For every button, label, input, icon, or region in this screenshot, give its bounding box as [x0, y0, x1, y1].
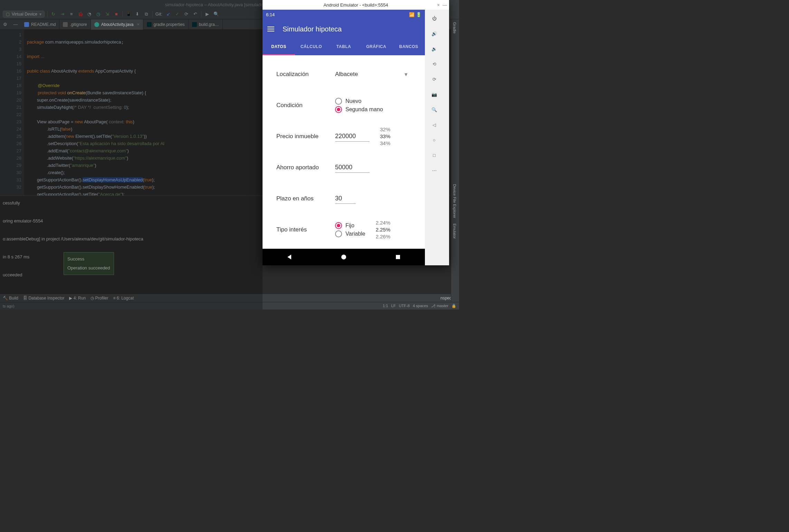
- tab-tabla[interactable]: TABLA: [327, 39, 360, 55]
- tab-datos[interactable]: DATOS: [263, 39, 295, 55]
- percent-picker-precio[interactable]: 32% 33% 34%: [380, 126, 390, 147]
- tool-db-inspector[interactable]: 🗄 Database Inspector: [23, 296, 64, 301]
- tool-profiler[interactable]: ◷ Profiler: [91, 296, 108, 301]
- run-last-icon[interactable]: ▶: [204, 11, 210, 17]
- back-button-icon[interactable]: ◁: [430, 121, 438, 129]
- svg-marker-0: [287, 255, 291, 259]
- sync-icon[interactable]: ↻: [50, 11, 57, 17]
- input-plazo[interactable]: [335, 193, 356, 204]
- status-branch[interactable]: master: [437, 304, 448, 308]
- label-condicion: Condición: [276, 102, 335, 109]
- layout-inspector-icon[interactable]: ⧉: [143, 11, 150, 17]
- app-tabs: DATOS CÁLCULO TABLA GRÁFICA BANCOS: [263, 39, 425, 55]
- dropdown-localizacion[interactable]: Albacete▾: [335, 71, 418, 78]
- volume-down-icon[interactable]: 🔉: [430, 45, 438, 53]
- svg-point-1: [341, 255, 346, 259]
- tool-run[interactable]: ▶ 4: Run: [69, 296, 86, 301]
- git-label: Git:: [155, 11, 162, 17]
- radio-fijo[interactable]: Fijo: [335, 222, 365, 229]
- form-body: Localización Albacete▾ Condición Nuevo S…: [263, 55, 425, 249]
- emulator-screen[interactable]: 6:14 📶 🔋 Simulador hipoteca DATOS CÁLCUL…: [263, 10, 425, 265]
- status-position[interactable]: 1:1: [383, 304, 388, 308]
- tool-emulator[interactable]: Emulator: [451, 221, 458, 241]
- tab-collapse-icon[interactable]: —: [10, 22, 21, 27]
- emulator-window: Android Emulator - <build>:5554 × — 6:14…: [263, 0, 449, 265]
- device-selector[interactable]: ▢ Virtual Device ▾: [3, 11, 45, 18]
- volume-up-icon[interactable]: 🔊: [430, 30, 438, 37]
- emulator-title-bar[interactable]: Android Emulator - <build>:5554 × —: [263, 0, 449, 10]
- tab-gitignore[interactable]: .gitignore: [59, 19, 91, 30]
- svg-rect-2: [396, 255, 400, 259]
- tool-gradle[interactable]: Gradle: [451, 19, 458, 36]
- status-bar: ts ago) 1:1 LF UTF-8 4 spaces ⎇ master 🔒: [0, 302, 459, 310]
- recents-icon[interactable]: [395, 254, 401, 260]
- camera-icon[interactable]: 📷: [430, 91, 438, 98]
- close-icon[interactable]: ×: [137, 22, 140, 27]
- branch-icon[interactable]: ⎇: [431, 304, 436, 308]
- debug-icon[interactable]: 🐞: [77, 11, 84, 17]
- emulator-side-controls: ⏻ 🔊 🔉 ⟲ ⟳ 📷 🔍 ◁ ○ □ ⋯: [425, 10, 444, 265]
- radio-nuevo[interactable]: Nuevo: [335, 98, 418, 105]
- git-rollback-icon[interactable]: ↶: [192, 11, 198, 17]
- overview-button-icon[interactable]: □: [430, 151, 438, 159]
- home-button-icon[interactable]: ○: [430, 136, 438, 144]
- git-update-icon[interactable]: ↙: [165, 11, 171, 17]
- tab-aboutactivity[interactable]: AboutActivity.java×: [91, 19, 143, 30]
- coverage-icon[interactable]: ◔: [86, 11, 93, 17]
- attach-icon[interactable]: ⇲: [104, 11, 111, 17]
- tab-settings-icon[interactable]: ⚙: [0, 22, 10, 27]
- sdk-icon[interactable]: ⬇: [134, 11, 141, 17]
- profile-icon[interactable]: ◷: [95, 11, 102, 17]
- input-ahorro[interactable]: [335, 162, 370, 173]
- tab-gradle-properties[interactable]: gradle.properties: [143, 19, 189, 30]
- tab-build-gradle[interactable]: build.gra…: [189, 19, 223, 30]
- zoom-icon[interactable]: 🔍: [430, 106, 438, 113]
- format-icon[interactable]: ≡: [68, 11, 75, 17]
- rotate-right-icon[interactable]: ⟳: [430, 75, 438, 83]
- label-tipo-interes: Tipo interés: [276, 226, 335, 233]
- hamburger-icon[interactable]: [267, 27, 274, 31]
- chevron-down-icon: ▾: [405, 71, 408, 78]
- minimize-icon[interactable]: —: [443, 2, 447, 8]
- clock: 6:14: [266, 12, 275, 17]
- radio-segunda-mano[interactable]: Segunda mano: [335, 106, 418, 113]
- line-gutter: 1231415161718192021222324252627282930313…: [0, 30, 24, 196]
- success-toast: Success Operation succeeded: [64, 252, 114, 275]
- tab-grafica[interactable]: GRÁFICA: [360, 39, 392, 55]
- tool-logcat[interactable]: ≡ 6: Logcat: [113, 296, 134, 301]
- percent-picker-interes[interactable]: 2.24% 2.25% 2.26%: [376, 219, 391, 240]
- stop-icon[interactable]: ■: [113, 11, 120, 17]
- tool-build[interactable]: 🔨 Build: [3, 296, 18, 301]
- tool-device-file-explorer[interactable]: Device File Explorer: [451, 181, 458, 221]
- tab-calculo[interactable]: CÁLCULO: [295, 39, 327, 55]
- git-history-icon[interactable]: ⟳: [183, 11, 189, 17]
- label-localizacion: Localización: [276, 71, 335, 78]
- label-precio: Precio inmueble: [276, 133, 335, 140]
- status-icons: 📶 🔋: [409, 12, 421, 17]
- home-icon[interactable]: [341, 254, 347, 260]
- app-bar: Simulador hipoteca: [263, 19, 425, 39]
- tab-readme[interactable]: README.md: [21, 19, 59, 30]
- lock-icon[interactable]: 🔒: [451, 304, 456, 308]
- status-indent[interactable]: 4 spaces: [413, 304, 428, 308]
- status-left: ts ago): [3, 304, 15, 308]
- back-icon[interactable]: [286, 254, 293, 260]
- git-commit-icon[interactable]: ✓: [174, 11, 180, 17]
- label-plazo: Plazo en años: [276, 195, 335, 202]
- status-encoding[interactable]: UTF-8: [399, 304, 410, 308]
- goto-icon[interactable]: ⇥: [59, 11, 66, 17]
- radio-variable[interactable]: Variable: [335, 230, 365, 237]
- label-ahorro: Ahorro aportado: [276, 164, 335, 171]
- avd-icon[interactable]: 📱: [125, 11, 132, 17]
- code-content[interactable]: package com.manriqueapps.simuladorhipote…: [24, 30, 164, 196]
- app-title: Simulador hipoteca: [283, 25, 342, 33]
- search-icon[interactable]: 🔍: [213, 11, 219, 17]
- rotate-left-icon[interactable]: ⟲: [430, 60, 438, 68]
- tab-bancos[interactable]: BANCOS: [392, 39, 425, 55]
- more-icon[interactable]: ⋯: [430, 167, 438, 174]
- input-precio[interactable]: [335, 131, 370, 142]
- bottom-tool-bar: 🔨 Build 🗄 Database Inspector ▶ 4: Run ◷ …: [0, 294, 459, 302]
- status-line-sep[interactable]: LF: [391, 304, 396, 308]
- power-icon[interactable]: ⏻: [430, 15, 438, 22]
- close-icon[interactable]: ×: [437, 2, 440, 8]
